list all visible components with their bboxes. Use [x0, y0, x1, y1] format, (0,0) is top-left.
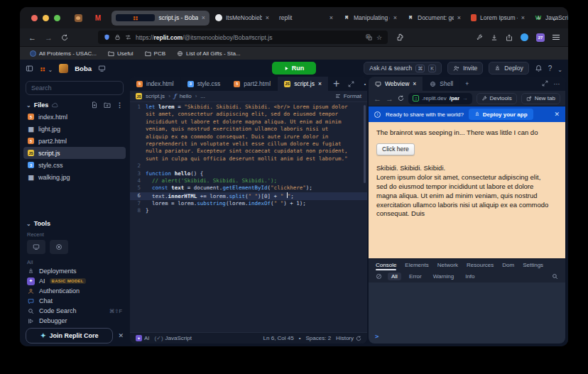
console-filter-error[interactable]: Error: [405, 273, 425, 280]
console-tab-settings[interactable]: Settings: [523, 259, 543, 270]
tools-section-header[interactable]: ⌄ Tools: [20, 216, 129, 229]
replit-logo-menu[interactable]: ⠶ ⌄: [40, 62, 53, 75]
editor-tab-script.js[interactable]: JSscript.js×: [278, 77, 329, 91]
file-item-script.js[interactable]: JSscript.js: [23, 147, 126, 159]
sidebar-toggle-icon[interactable]: [26, 65, 33, 72]
files-section-header[interactable]: ⌄ Files ⋮: [20, 98, 129, 111]
spaces-indicator[interactable]: Spaces: 2: [306, 335, 332, 341]
dismiss-join-icon[interactable]: ✕: [118, 332, 124, 339]
address-field[interactable]: https://replit.com/@itsmenoobieboy/Boba#…: [98, 31, 388, 44]
search-input[interactable]: Search: [26, 81, 124, 95]
console-tab-resources[interactable]: Resources: [467, 259, 494, 270]
console-filter-warning[interactable]: Warning: [430, 273, 458, 280]
refresh-button[interactable]: [61, 34, 68, 41]
new-tab-button[interactable]: New tab: [521, 93, 560, 104]
console-prompt[interactable]: >: [375, 333, 379, 340]
tool-item-chat[interactable]: Chat: [20, 296, 129, 306]
tool-item-code-search[interactable]: Code Search⌘⇧F: [20, 306, 129, 316]
extension-icon[interactable]: [396, 33, 404, 41]
devtools-button[interactable]: Devtools: [477, 93, 517, 104]
code-editor[interactable]: 1let lorem = "Skibidi. Skibidi. Skibidi.…: [130, 102, 367, 332]
back-button[interactable]: ←: [28, 33, 36, 42]
console-search-icon[interactable]: [552, 273, 558, 280]
tool-item-ai[interactable]: ✦AIBASIC MODEL: [20, 276, 129, 286]
new-pane-tab-button[interactable]: +: [460, 80, 474, 87]
run-button[interactable]: Run: [272, 62, 316, 75]
minimize-window-button[interactable]: [43, 15, 49, 21]
browser-tab[interactable]: MDocument: getElem×: [403, 11, 465, 26]
tab-close-icon[interactable]: ×: [202, 14, 205, 21]
webview-address-field[interactable]: ⠿ .replit.dev /part2.html →: [408, 93, 472, 104]
tool-item-debugger[interactable]: Debugger: [20, 316, 129, 326]
history-button[interactable]: History: [336, 335, 361, 341]
site-permissions-icon[interactable]: [125, 34, 131, 40]
pinned-tab-monkeytype[interactable]: [70, 11, 86, 25]
browser-tab[interactable]: MManipulating docu×: [339, 11, 401, 26]
bookmark-item[interactable]: List of All Gifts - Sta...: [177, 50, 240, 57]
share-icon[interactable]: [506, 34, 513, 41]
browser-tab[interactable]: ⠶script.js - Boba - Re×: [111, 11, 209, 26]
tab-close-icon[interactable]: ×: [393, 14, 397, 21]
deploy-button[interactable]: Deploy: [489, 62, 528, 75]
files-menu-icon[interactable]: ⋮: [116, 101, 123, 109]
bookmark-item[interactable]: All Problems - USAC...: [30, 50, 97, 57]
tab-close-icon[interactable]: ×: [457, 14, 461, 21]
console-output[interactable]: >: [369, 282, 565, 343]
console-tab-network[interactable]: Network: [437, 259, 458, 270]
new-tab-button[interactable]: +: [531, 13, 545, 22]
cursor-position[interactable]: Ln 6, Col 45: [263, 335, 294, 341]
new-folder-icon[interactable]: [104, 101, 111, 109]
click-here-button[interactable]: Click here: [376, 143, 415, 155]
file-item-part2.html[interactable]: 5part2.html: [23, 135, 126, 147]
recent-webview-button[interactable]: [27, 240, 45, 254]
clear-console-icon[interactable]: [376, 273, 382, 280]
close-icon[interactable]: ×: [413, 80, 416, 87]
editor-scrollbar[interactable]: [364, 105, 366, 183]
tab-list-chevron[interactable]: ⌄: [546, 13, 562, 23]
zoom-window-button[interactable]: [54, 15, 60, 21]
tab-close-icon[interactable]: ×: [330, 14, 333, 21]
editor-menu-icon[interactable]: ⋯: [359, 77, 367, 91]
join-replit-core-button[interactable]: ✦ Join Replit Core: [26, 328, 113, 343]
help-icon[interactable]: ?: [548, 65, 552, 72]
close-window-button[interactable]: [31, 15, 38, 21]
pinned-tab-gmail[interactable]: M: [90, 11, 106, 25]
console-filter-info[interactable]: Info: [462, 273, 478, 280]
file-item-walking.jpg[interactable]: ▦walking.jpg: [23, 171, 126, 183]
extension-badge[interactable]: 27: [536, 33, 545, 42]
wrench-icon[interactable]: [476, 34, 483, 41]
console-filter-all[interactable]: All: [388, 273, 401, 280]
account-menu[interactable]: ⌄: [557, 62, 562, 75]
translate-icon[interactable]: A: [366, 34, 372, 40]
downloads-icon[interactable]: [491, 34, 498, 41]
new-editor-tab-button[interactable]: +: [329, 77, 344, 90]
pane-menu-icon[interactable]: ⋯: [554, 80, 560, 87]
tab-webview[interactable]: Webview ×: [369, 77, 423, 91]
ask-ai-search[interactable]: Ask AI & search ⌘ K: [364, 62, 442, 75]
browser-tab[interactable]: Lorem Ipsum – Ge×: [467, 11, 529, 26]
recent-ai-button[interactable]: [50, 240, 68, 254]
forward-button[interactable]: →: [45, 33, 53, 42]
editor-tab-part2.html[interactable]: 5part2.html: [227, 77, 278, 91]
bookmark-item[interactable]: Useful: [108, 50, 134, 57]
expand-icon[interactable]: [542, 80, 548, 87]
file-item-index.html[interactable]: 5index.html: [23, 111, 126, 123]
file-item-light.jpg[interactable]: ▦light.jpg: [23, 123, 126, 135]
deploy-your-app-button[interactable]: Deploy your app: [469, 109, 533, 120]
tool-item-deployments[interactable]: Deployments: [20, 266, 129, 276]
breadcrumb[interactable]: JS script.js› ƒ hello› ... Format: [130, 91, 367, 102]
console-tab-console[interactable]: Console: [376, 259, 396, 270]
project-name[interactable]: Boba: [75, 65, 92, 72]
language-indicator[interactable]: (✓) JavaScript: [155, 335, 192, 341]
new-file-icon[interactable]: [91, 101, 98, 109]
go-arrow-icon[interactable]: →: [462, 95, 468, 101]
console-tab-elements[interactable]: Elements: [405, 259, 428, 270]
bookmark-item[interactable]: PCB: [145, 50, 165, 57]
editor-tab-style.css[interactable]: 3style.css: [181, 77, 228, 91]
notifications-bell-icon[interactable]: [535, 65, 543, 72]
menu-icon[interactable]: [552, 35, 560, 40]
tab-shell[interactable]: Shell: [423, 77, 460, 91]
webview-refresh-icon[interactable]: [398, 95, 404, 101]
editor-expand-icon[interactable]: [344, 77, 359, 90]
ai-status[interactable]: ✦ AI: [136, 335, 150, 341]
